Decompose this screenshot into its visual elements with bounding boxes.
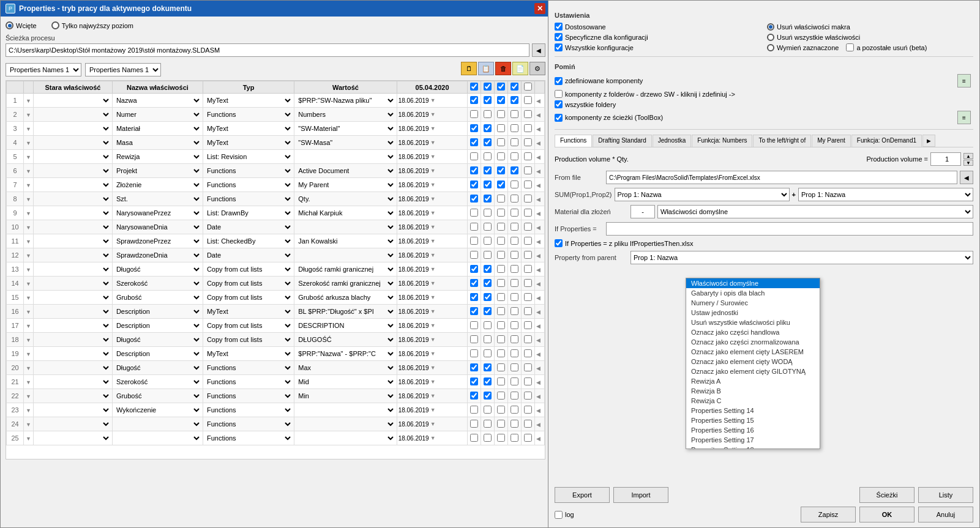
cb2-12[interactable] — [484, 265, 492, 273]
toolbox-icon-btn[interactable]: ≡ — [957, 111, 971, 124]
stara-select-11[interactable] — [35, 249, 111, 261]
cb5-12[interactable] — [524, 265, 532, 273]
row-nazwa-21[interactable]: Grubość — [112, 389, 203, 403]
cb1-17[interactable] — [470, 335, 478, 343]
cb5-22[interactable] — [524, 406, 532, 414]
row-stara-19[interactable] — [34, 361, 113, 375]
dropdown-item-7[interactable]: Oznacz jako element cięty LASEREM — [686, 347, 820, 357]
row-stara-18[interactable] — [34, 347, 113, 361]
cb5-16[interactable] — [524, 321, 532, 329]
row-cb3-14[interactable] — [495, 291, 508, 305]
cb4-9[interactable] — [511, 223, 518, 231]
row-wartosc-22[interactable] — [294, 403, 397, 417]
cb1-24[interactable] — [470, 434, 478, 442]
row-cb4-23[interactable] — [508, 417, 522, 431]
row-stara-13[interactable] — [34, 277, 113, 291]
row-wartosc-5[interactable]: Active Document — [294, 164, 397, 178]
row-nazwa-18[interactable]: Description — [112, 347, 203, 361]
cb1-18[interactable] — [470, 349, 478, 357]
row-cb5-5[interactable] — [522, 164, 535, 178]
cb3-15[interactable] — [497, 307, 505, 315]
row-cb2-12[interactable] — [481, 262, 495, 277]
cb5-9[interactable] — [524, 223, 532, 231]
row-cb3-18[interactable] — [495, 347, 508, 361]
cb1-10[interactable] — [470, 237, 478, 245]
stara-select-19[interactable] — [35, 362, 111, 374]
export-button[interactable]: Export — [555, 487, 610, 503]
row-cb3-5[interactable] — [495, 164, 508, 178]
dropdown-item-9[interactable]: Oznacz jako element cięty GILOTYNĄ — [686, 366, 820, 376]
row-nazwa-4[interactable]: Rewizja — [112, 150, 203, 164]
tab-leftright[interactable]: To the left/right of — [753, 135, 811, 147]
row-cb3-16[interactable] — [495, 319, 508, 333]
row-typ-12[interactable]: Copy from cut lists — [203, 262, 294, 277]
stara-select-1[interactable] — [35, 108, 111, 121]
nazwa-select-24[interactable] — [114, 432, 201, 444]
row-cb5-24[interactable] — [522, 431, 535, 445]
row-cb4-3[interactable] — [508, 136, 522, 150]
row-stara-5[interactable] — [34, 164, 113, 178]
stara-select-15[interactable] — [35, 305, 111, 318]
row-cb5-2[interactable] — [522, 122, 535, 136]
cb5-6[interactable] — [524, 180, 532, 188]
typ-select-15[interactable]: MyText — [204, 305, 293, 318]
wartosc-select-0[interactable]: $PRP:"SW-Nazwa pliku" — [296, 94, 395, 106]
cb5-19[interactable] — [524, 363, 532, 371]
tab-jednostka[interactable]: Jednostka — [653, 135, 692, 147]
typ-select-10[interactable]: List: CheckedBy — [204, 235, 293, 247]
cb4-14[interactable] — [511, 293, 518, 301]
cb5-21[interactable] — [524, 392, 532, 400]
row-cb4-4[interactable] — [508, 150, 522, 164]
cb2-24[interactable] — [484, 434, 492, 442]
cb2-3[interactable] — [484, 138, 492, 146]
cb1-14[interactable] — [470, 293, 478, 301]
row-cb3-21[interactable] — [495, 389, 508, 403]
row-cb5-15[interactable] — [522, 305, 535, 319]
cb4-23[interactable] — [511, 420, 518, 428]
row-cb4-0[interactable] — [508, 94, 522, 108]
nazwa-select-22[interactable]: Wykończenie — [114, 404, 201, 416]
typ-select-7[interactable]: Functions — [204, 193, 293, 205]
mat-select[interactable]: Właściwości domyślne — [657, 205, 973, 218]
row-cb2-24[interactable] — [481, 431, 495, 445]
row-cb2-4[interactable] — [481, 150, 495, 164]
row-typ-9[interactable]: Date — [203, 220, 294, 234]
toolbar-icon-4[interactable]: 📄 — [512, 62, 528, 75]
row-typ-16[interactable]: Copy from cut lists — [203, 319, 294, 333]
row-cb2-17[interactable] — [481, 333, 495, 347]
row-typ-11[interactable]: Date — [203, 248, 294, 262]
if-file-cb[interactable] — [555, 239, 563, 247]
row-wartosc-10[interactable]: Jan Kowalski — [294, 234, 397, 248]
row-cb2-13[interactable] — [481, 277, 495, 291]
tab-myparent[interactable]: My Parent — [812, 135, 851, 147]
row-cb3-4[interactable] — [495, 150, 508, 164]
stara-select-0[interactable] — [35, 94, 111, 106]
row-cb4-19[interactable] — [508, 361, 522, 375]
row-typ-5[interactable]: Functions — [203, 164, 294, 178]
mat-input[interactable] — [630, 205, 655, 218]
row-stara-6[interactable] — [34, 178, 113, 192]
nazwa-select-0[interactable]: Nazwa — [114, 94, 201, 106]
row-cb4-1[interactable] — [508, 108, 522, 122]
row-cb5-0[interactable] — [522, 94, 535, 108]
typ-select-1[interactable]: Functions — [204, 108, 293, 121]
cb5-3[interactable] — [524, 138, 532, 146]
wartosc-select-10[interactable]: Jan Kowalski — [296, 235, 395, 247]
cb5-23[interactable] — [524, 420, 532, 428]
wartosc-select-19[interactable]: Max — [296, 362, 395, 374]
row-stara-8[interactable] — [34, 206, 113, 220]
row-cb1-24[interactable] — [468, 431, 481, 445]
row-wartosc-9[interactable] — [294, 220, 397, 234]
cb5-4[interactable] — [524, 152, 532, 160]
wartosc-select-16[interactable]: DESCRIPTION — [296, 319, 395, 332]
col-cb1-all[interactable] — [470, 83, 478, 91]
row-nazwa-10[interactable]: SprawdzonePrzez — [112, 234, 203, 248]
cb1-19[interactable] — [470, 363, 478, 371]
cb5-2[interactable] — [524, 124, 532, 132]
cb2-0[interactable] — [484, 96, 492, 104]
cb-dostosowane[interactable]: Dostosowane — [555, 23, 761, 31]
col-cb4-all[interactable] — [511, 83, 518, 91]
row-cb1-18[interactable] — [468, 347, 481, 361]
row-cb3-2[interactable] — [495, 122, 508, 136]
wartosc-select-3[interactable]: "SW-Masa" — [296, 136, 395, 149]
